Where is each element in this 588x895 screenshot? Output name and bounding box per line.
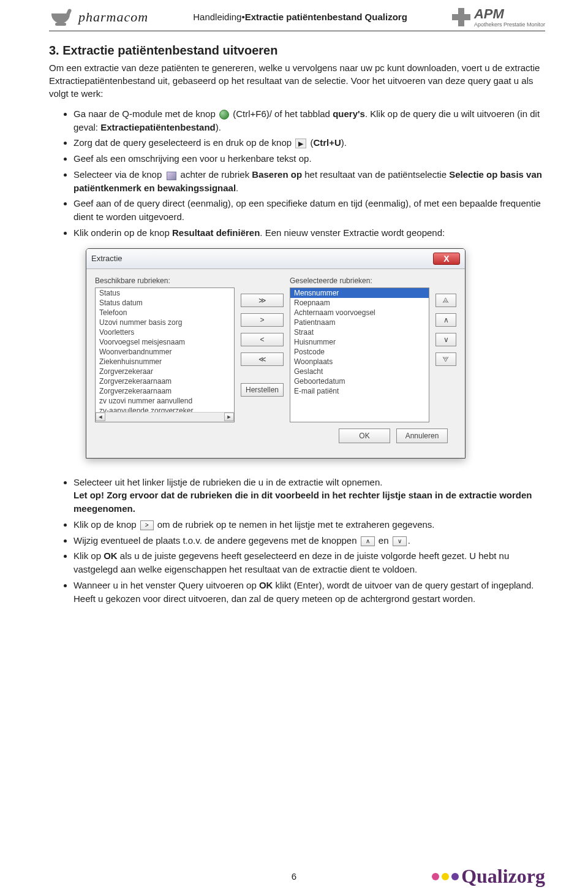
- extractie-dialog: Extractie X Beschikbare rubrieken: Statu…: [86, 248, 466, 459]
- list-item[interactable]: zv uzovi nummer aanvullend: [96, 396, 234, 406]
- page-number: 6: [292, 871, 296, 882]
- list-item[interactable]: Status datum: [96, 298, 234, 308]
- brand-name: pharmacom: [78, 9, 148, 25]
- qualizorg-dot-icon: [451, 873, 459, 880]
- inline-down-button: ∨: [393, 536, 407, 546]
- move-top-button[interactable]: ⩓: [435, 294, 456, 307]
- page-header: pharmacom Handleiding•Extractie patiënte…: [49, 6, 545, 31]
- list-item: Geef aan of de query direct (eenmalig), …: [74, 197, 545, 224]
- list-item[interactable]: Voorletters: [96, 327, 234, 337]
- move-bottom-button[interactable]: ⩔: [435, 352, 456, 366]
- list-item[interactable]: Ziekenhuisnummer: [96, 357, 234, 367]
- list-item[interactable]: E-mail patiënt: [290, 386, 429, 396]
- intro-paragraph: Om een extractie van deze patiënten te g…: [49, 61, 545, 100]
- list-item: Selecteer via de knop achter de rubriek …: [74, 168, 545, 195]
- close-button[interactable]: X: [433, 253, 460, 265]
- scroll-right-icon[interactable]: ►: [224, 413, 234, 421]
- available-label: Beschikbare rubrieken:: [95, 276, 235, 285]
- list-item[interactable]: Straat: [290, 327, 429, 337]
- section-heading: 3. Extractie patiëntenbestand uitvoeren: [49, 44, 545, 58]
- pharmacom-logo-icon: [49, 9, 74, 26]
- list-item[interactable]: Uzovi nummer basis zorg: [96, 318, 234, 327]
- list-item: Wijzig eventueel de plaats t.o.v. de and…: [74, 534, 545, 547]
- remove-button[interactable]: <: [241, 333, 284, 346]
- remove-all-button[interactable]: ≪: [241, 352, 284, 366]
- qualizorg-logo: Qualizorg: [432, 865, 545, 888]
- selected-listbox[interactable]: MensnummerRoepnaamAchternaam voorvoegsel…: [290, 288, 429, 422]
- list-item: Geef als een omschrijving een voor u her…: [74, 152, 545, 166]
- move-up-button[interactable]: ∧: [435, 313, 456, 327]
- dialog-title: Extractie: [91, 254, 123, 263]
- list-item[interactable]: Zorgverzekeraarnaam: [96, 376, 234, 386]
- apm-logo: APM Apothekers Prestatie Monitor: [452, 6, 545, 28]
- list-item[interactable]: Zorgverzekeraar: [96, 367, 234, 376]
- list-item[interactable]: Mensnummer: [290, 288, 429, 298]
- list-item[interactable]: Patientnaam: [290, 318, 429, 327]
- selected-label: Geselecteerde rubrieken:: [290, 276, 429, 285]
- list-item: Zorg dat de query geselecteerd is en dru…: [74, 136, 545, 150]
- list-item[interactable]: Huisnummer: [290, 337, 429, 347]
- inline-up-button: ∧: [361, 536, 375, 546]
- list-item: Klik onderin op de knop Resultaat defini…: [74, 226, 545, 240]
- list-item[interactable]: Geslacht: [290, 367, 429, 376]
- list-item[interactable]: Status: [96, 288, 234, 298]
- list-item[interactable]: Achternaam voorvoegsel: [290, 308, 429, 318]
- list-item[interactable]: Roepnaam: [290, 298, 429, 308]
- qualizorg-dot-icon: [442, 873, 449, 880]
- list-item[interactable]: Voorvoegsel meisjesnaam: [96, 337, 234, 347]
- list-item[interactable]: Geboortedatum: [290, 376, 429, 386]
- ok-button[interactable]: OK: [339, 428, 390, 443]
- selector-icon: [165, 170, 176, 180]
- add-button[interactable]: >: [241, 313, 284, 327]
- instruction-list-2: Selecteer uit het linker lijstje de rubr…: [49, 476, 545, 606]
- list-item: Selecteer uit het linker lijstje de rubr…: [74, 476, 545, 516]
- dialog-titlebar[interactable]: Extractie X: [86, 249, 465, 269]
- q-module-icon: [219, 110, 229, 120]
- list-item: Ga naar de Q-module met de knop (Ctrl+F6…: [74, 107, 545, 134]
- inline-add-button: >: [140, 520, 154, 530]
- list-item[interactable]: Zorgverzekeraarnaam: [96, 386, 234, 396]
- available-listbox[interactable]: StatusStatus datumTelefoonUzovi nummer b…: [95, 288, 235, 422]
- qualizorg-dot-icon: [432, 873, 439, 880]
- header-subtitle: Handleiding•Extractie patiëntenbestand Q…: [193, 12, 407, 22]
- list-item[interactable]: Woonverbandnummer: [96, 347, 234, 357]
- list-item[interactable]: Telefoon: [96, 308, 234, 318]
- instruction-list-1: Ga naar de Q-module met de knop (Ctrl+F6…: [49, 107, 545, 240]
- list-item[interactable]: Postcode: [290, 347, 429, 357]
- run-query-icon: ▶: [295, 139, 306, 148]
- move-down-button[interactable]: ∨: [435, 333, 456, 346]
- list-item: Wanneer u in het venster Query uitvoeren…: [74, 579, 545, 606]
- list-item: Klik op OK als u de juiste gegevens heef…: [74, 549, 545, 576]
- add-all-button[interactable]: ≫: [241, 294, 284, 307]
- list-item: Klik op de knop > om de rubriek op te ne…: [74, 518, 545, 531]
- horizontal-scrollbar[interactable]: ◄ ►: [96, 412, 234, 422]
- scroll-left-icon[interactable]: ◄: [96, 413, 105, 421]
- apm-cross-icon: [452, 8, 470, 26]
- reset-button[interactable]: Herstellen: [241, 383, 284, 397]
- list-item[interactable]: Woonplaats: [290, 357, 429, 367]
- cancel-button[interactable]: Annuleren: [396, 428, 448, 443]
